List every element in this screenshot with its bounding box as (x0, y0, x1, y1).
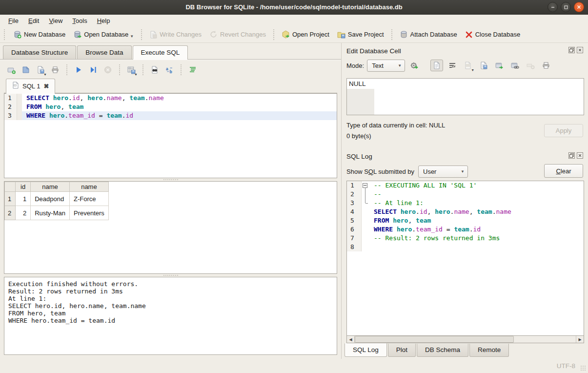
tab-plot[interactable]: Plot (388, 344, 416, 357)
sql-log-view[interactable]: 1-- EXECUTING ALL IN 'SQL 1'2--3-- At li… (346, 181, 584, 335)
submitted-by-select[interactable]: User ▼ (418, 166, 468, 178)
save-project-button[interactable]: Save Project (334, 28, 387, 41)
export-data-button[interactable] (477, 60, 490, 71)
tab-db-schema[interactable]: DB Schema (417, 344, 468, 357)
sql-document-icon (12, 82, 19, 90)
table-row[interactable]: 11DeadpondZ-Force (5, 192, 109, 206)
sql-file-tab[interactable]: SQL 1 ✖ (6, 79, 55, 93)
grid-cell[interactable]: Preventers (69, 206, 108, 220)
column-header-name[interactable]: name (69, 182, 108, 192)
close-dock-icon[interactable] (577, 47, 583, 53)
toolbar-button-label: Revert Changes (220, 31, 266, 38)
code-line: 6WHERE hero.team_id = team.id (347, 225, 584, 234)
scroll-right-icon[interactable]: ▶ (576, 336, 584, 343)
resize-grip[interactable] (580, 365, 586, 371)
copy-link-button[interactable] (508, 60, 521, 71)
menu-tools[interactable]: Tools (68, 16, 91, 25)
code-text: SELECT hero.id, hero.name, team.name (22, 94, 164, 103)
import-data-button: ▼ (462, 60, 474, 71)
print-button[interactable] (49, 64, 61, 76)
code-text: FROM hero, team (22, 103, 83, 111)
menu-view[interactable]: View (44, 16, 67, 25)
menu-file[interactable]: File (4, 16, 23, 25)
tab-database-structure[interactable]: Database Structure (3, 45, 76, 60)
chevron-down-icon[interactable]: ▼ (43, 73, 47, 76)
find-icon (151, 66, 159, 74)
toolbar-button-label: Write Changes (160, 31, 202, 38)
chevron-down-icon[interactable]: ▼ (134, 73, 138, 76)
row-number[interactable]: 2 (5, 206, 16, 220)
open-external-button[interactable] (493, 60, 506, 71)
word-wrap-button[interactable] (446, 60, 459, 71)
chevron-down-icon[interactable]: ▼ (130, 34, 134, 39)
open-project-icon (282, 30, 290, 39)
chevron-down-icon[interactable]: ▼ (471, 68, 474, 72)
close-database-button[interactable]: Close Database (462, 29, 524, 41)
mode-select[interactable]: Text ▼ (367, 60, 405, 72)
open-database-button[interactable]: Open Database▼ (70, 28, 137, 41)
results-grid[interactable]: idnamename11DeadpondZ-Force22Rusty-ManPr… (4, 181, 337, 274)
grid-cell[interactable]: Deadpond (31, 192, 70, 206)
grid-cell[interactable]: Z-Force (69, 192, 108, 206)
menu-edit[interactable]: Edit (24, 16, 43, 25)
execute-current-line-button[interactable] (87, 64, 100, 76)
maximize-button[interactable] (561, 2, 571, 12)
float-dock-icon[interactable] (568, 47, 575, 53)
grid-cell[interactable]: 1 (16, 192, 31, 206)
set-null-icon (527, 62, 535, 70)
column-header-id[interactable]: id (16, 182, 31, 192)
text-mode-icon (433, 62, 441, 69)
cell-type-text: Type of data currently in cell: NULL (346, 120, 445, 131)
menu-help[interactable]: Help (93, 16, 115, 25)
mode-label: Mode: (346, 62, 364, 69)
attach-database-button[interactable]: Attach Database (396, 28, 461, 41)
toolbar-separator (119, 64, 120, 75)
tab-browse-data[interactable]: Browse Data (77, 45, 131, 60)
sql-log-filter-row: Show SQL submitted by User ▼ Clear (345, 162, 584, 181)
execute-all-button[interactable] (72, 64, 85, 76)
sql-editor[interactable]: 1SELECT hero.id, hero.name, team.name2FR… (4, 93, 337, 178)
table-row[interactable]: 22Rusty-ManPreventers (5, 206, 109, 220)
tab-remote[interactable]: Remote (469, 344, 509, 357)
configure-mode-button[interactable] (408, 60, 421, 71)
tab-sql-log[interactable]: SQL Log (345, 343, 387, 357)
grid-cell[interactable]: Rusty-Man (31, 206, 70, 220)
toolbar-drag-handle[interactable] (4, 29, 7, 40)
open-tab-button[interactable] (5, 64, 18, 76)
text-mode-button[interactable] (430, 60, 443, 71)
save-sql-file-button[interactable]: ▼ (34, 64, 47, 76)
save-results-button[interactable]: ▼ (125, 64, 138, 76)
code-line: 1-- EXECUTING ALL IN 'SQL 1' (347, 181, 584, 190)
apply-button[interactable]: Apply (544, 124, 583, 137)
toolbar-button-label: Attach Database (410, 31, 457, 38)
scroll-left-icon[interactable]: ◀ (347, 336, 355, 343)
find-replace-button[interactable]: ab (163, 64, 176, 76)
write-changes-button: Write Changes (146, 29, 205, 41)
open-project-button[interactable]: Open Project (278, 28, 333, 41)
grid-cell[interactable]: 2 (16, 206, 31, 220)
minimize-button[interactable] (547, 2, 558, 12)
close-sql-tab-icon[interactable]: ✖ (43, 83, 49, 90)
execute-sql-panel: ▼▼ab SQL 1 ✖ 1SELECT hero.id, hero.name,… (0, 60, 341, 359)
horizontal-scrollbar[interactable]: ◀ ▶ (346, 335, 584, 343)
float-dock-icon[interactable] (568, 152, 575, 159)
column-header-name[interactable]: name (31, 182, 70, 192)
clear-button[interactable]: Clear (544, 164, 583, 178)
toolbar-separator (142, 64, 143, 75)
encoding-indicator[interactable]: UTF-8 (557, 362, 575, 370)
format-sql-button[interactable] (186, 64, 199, 76)
code-text: -- (369, 190, 382, 199)
line-number: 3 (347, 199, 362, 207)
grid-corner-header[interactable] (5, 182, 16, 192)
scrollbar-thumb[interactable] (355, 336, 514, 343)
close-dock-icon[interactable] (577, 152, 583, 159)
find-button[interactable] (148, 64, 161, 76)
line-number: 5 (347, 216, 362, 225)
tab-execute-sql[interactable]: Execute SQL (133, 45, 188, 60)
new-database-button[interactable]: New Database (10, 28, 69, 41)
row-number[interactable]: 1 (5, 192, 16, 206)
close-button[interactable] (574, 2, 584, 12)
cell-content-editor[interactable]: NULL (346, 78, 584, 115)
open-sql-file-button[interactable] (20, 64, 32, 76)
print-button[interactable] (540, 60, 552, 71)
